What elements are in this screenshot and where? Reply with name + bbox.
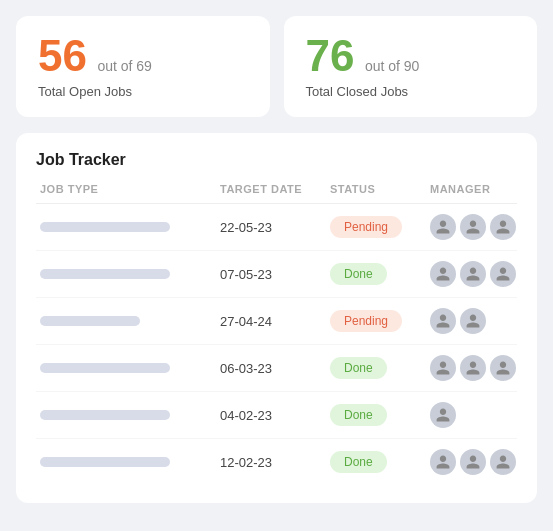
avatar [430, 355, 456, 381]
avatar [430, 214, 456, 240]
closed-jobs-card: 76 out of 90 Total Closed Jobs [284, 16, 538, 117]
table-row: 06-03-23Done [36, 345, 517, 392]
avatar [490, 355, 516, 381]
status-cell: Done [330, 263, 430, 285]
status-badge: Pending [330, 216, 402, 238]
table-header: JOB TYPE TARGET DATE STATUS MANAGER [36, 183, 517, 204]
job-bar [40, 410, 170, 420]
avatar [430, 308, 456, 334]
job-type-cell [40, 410, 220, 420]
job-bar [40, 363, 170, 373]
avatar [430, 449, 456, 475]
status-badge: Done [330, 357, 387, 379]
open-jobs-out-of: out of 69 [97, 58, 152, 74]
managers-cell [430, 261, 516, 287]
managers-cell [430, 449, 516, 475]
avatar [490, 214, 516, 240]
managers-cell [430, 402, 513, 428]
date-cell: 06-03-23 [220, 361, 330, 376]
job-type-cell [40, 316, 220, 326]
job-type-cell [40, 269, 220, 279]
stats-row: 56 out of 69 Total Open Jobs 76 out of 9… [16, 16, 537, 117]
col-manager: MANAGER [430, 183, 513, 195]
date-cell: 07-05-23 [220, 267, 330, 282]
closed-jobs-out-of: out of 90 [365, 58, 420, 74]
job-type-cell [40, 457, 220, 467]
job-type-cell [40, 363, 220, 373]
avatar [490, 261, 516, 287]
status-cell: Done [330, 404, 430, 426]
avatar [430, 261, 456, 287]
job-type-cell [40, 222, 220, 232]
managers-cell [430, 308, 513, 334]
avatar [460, 214, 486, 240]
date-cell: 27-04-24 [220, 314, 330, 329]
status-badge: Done [330, 404, 387, 426]
table-row: 22-05-23Pending [36, 204, 517, 251]
date-cell: 12-02-23 [220, 455, 330, 470]
table-row: 12-02-23Done [36, 439, 517, 485]
tracker-title: Job Tracker [36, 151, 517, 169]
status-cell: Pending [330, 310, 430, 332]
status-badge: Done [330, 451, 387, 473]
col-job-type: JOB TYPE [40, 183, 220, 195]
status-cell: Done [330, 357, 430, 379]
avatar [460, 261, 486, 287]
col-target-date: TARGET DATE [220, 183, 330, 195]
table-row: 07-05-23Done [36, 251, 517, 298]
status-cell: Done [330, 451, 430, 473]
job-bar [40, 269, 170, 279]
avatar [490, 449, 516, 475]
table-row: 27-04-24Pending [36, 298, 517, 345]
status-cell: Pending [330, 216, 430, 238]
avatar [460, 449, 486, 475]
tracker-card: Job Tracker JOB TYPE TARGET DATE STATUS … [16, 133, 537, 503]
status-badge: Done [330, 263, 387, 285]
open-jobs-card: 56 out of 69 Total Open Jobs [16, 16, 270, 117]
job-bar [40, 316, 140, 326]
managers-cell [430, 214, 516, 240]
open-jobs-label: Total Open Jobs [38, 84, 248, 99]
col-status: STATUS [330, 183, 430, 195]
avatar [460, 355, 486, 381]
closed-jobs-label: Total Closed Jobs [306, 84, 516, 99]
date-cell: 22-05-23 [220, 220, 330, 235]
job-bar [40, 457, 170, 467]
avatar [430, 402, 456, 428]
closed-jobs-number: 76 [306, 31, 355, 80]
table-row: 04-02-23Done [36, 392, 517, 439]
managers-cell [430, 355, 516, 381]
table-body: 22-05-23Pending07-05-23Done27-04-24Pendi… [36, 204, 517, 485]
job-bar [40, 222, 170, 232]
open-jobs-number: 56 [38, 31, 87, 80]
status-badge: Pending [330, 310, 402, 332]
date-cell: 04-02-23 [220, 408, 330, 423]
main-container: 56 out of 69 Total Open Jobs 76 out of 9… [0, 0, 553, 531]
avatar [460, 308, 486, 334]
